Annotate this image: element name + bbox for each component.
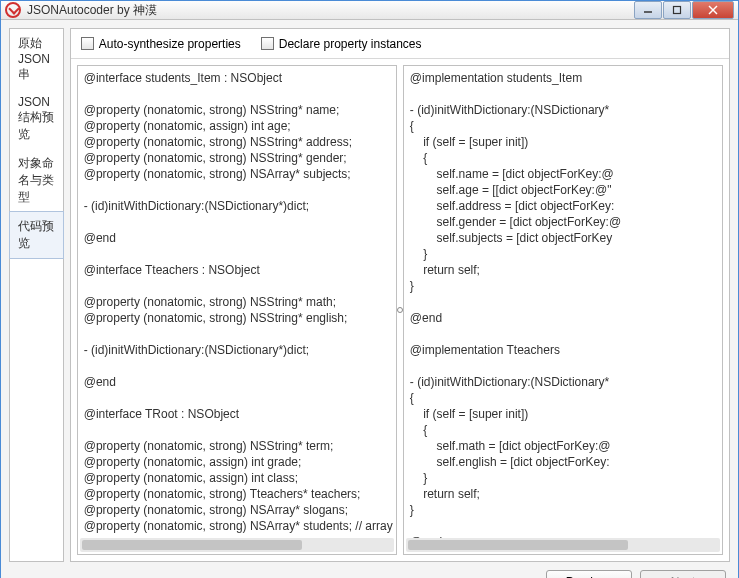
window-buttons — [634, 1, 734, 19]
sidebar-item-json-preview[interactable]: JSON结构预览 — [10, 89, 63, 149]
auto-synthesize-label: Auto-synthesize properties — [99, 37, 241, 51]
next-button[interactable]: Next — [640, 570, 726, 578]
declare-instances-checkbox[interactable]: Declare property instances — [261, 37, 422, 51]
sidebar-item-naming[interactable]: 对象命名与类型 — [10, 149, 63, 212]
declare-instances-label: Declare property instances — [279, 37, 422, 51]
scrollbar-thumb[interactable] — [82, 540, 302, 550]
scrollbar-thumb[interactable] — [408, 540, 628, 550]
sidebar: 原始JSON串 JSON结构预览 对象命名与类型 代码预览 — [9, 28, 64, 562]
main-panel: Auto-synthesize properties Declare prope… — [70, 28, 730, 562]
sidebar-item-code-preview[interactable]: 代码预览 — [9, 211, 64, 259]
left-h-scrollbar[interactable] — [80, 538, 394, 552]
code-panes: @interface students_Item : NSObject @pro… — [71, 59, 729, 561]
right-code-pane[interactable]: @implementation students_Item - (id)init… — [403, 65, 723, 555]
window-title: JSONAutocoder by 神漠 — [27, 2, 634, 19]
checkbox-icon — [81, 37, 94, 50]
auto-synthesize-checkbox[interactable]: Auto-synthesize properties — [81, 37, 241, 51]
minimize-button[interactable] — [634, 1, 662, 19]
svg-rect-1 — [674, 7, 681, 14]
titlebar[interactable]: JSONAutocoder by 神漠 — [1, 1, 738, 20]
right-h-scrollbar[interactable] — [406, 538, 720, 552]
previous-button[interactable]: Previous — [546, 570, 632, 578]
toolbar: Auto-synthesize properties Declare prope… — [71, 29, 729, 59]
app-icon — [5, 2, 21, 18]
left-code-content[interactable]: @interface students_Item : NSObject @pro… — [78, 66, 396, 554]
maximize-button[interactable] — [663, 1, 691, 19]
close-button[interactable] — [692, 1, 734, 19]
app-window: JSONAutocoder by 神漠 原始JSON串 JSON结构预览 对象命… — [0, 0, 739, 578]
footer: Previous Next — [1, 570, 738, 578]
left-code-pane[interactable]: @interface students_Item : NSObject @pro… — [77, 65, 397, 555]
checkbox-icon — [261, 37, 274, 50]
body: 原始JSON串 JSON结构预览 对象命名与类型 代码预览 Auto-synth… — [1, 20, 738, 570]
right-code-content[interactable]: @implementation students_Item - (id)init… — [404, 66, 722, 554]
sidebar-item-raw-json[interactable]: 原始JSON串 — [10, 29, 63, 89]
